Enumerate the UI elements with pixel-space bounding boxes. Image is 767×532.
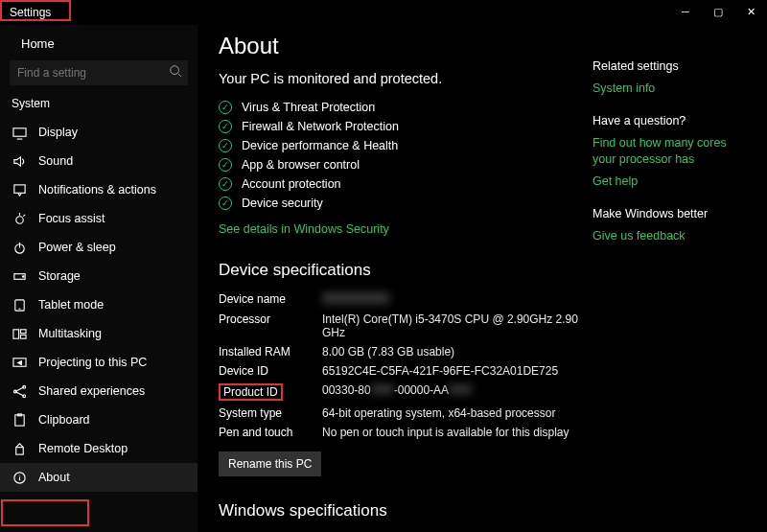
sidebar-item-remote[interactable]: Remote Desktop: [0, 434, 198, 463]
windows-spec-heading: Windows specifications: [219, 501, 583, 520]
security-item: ✓App & browser control: [219, 155, 583, 174]
svg-rect-17: [15, 447, 23, 454]
storage-icon: [12, 268, 27, 284]
titlebar: Settings: [0, 0, 767, 25]
security-label: Device security: [242, 197, 323, 210]
search-input[interactable]: [10, 60, 188, 85]
sidebar-item-shared[interactable]: Shared experiences: [0, 377, 198, 405]
svg-rect-1: [12, 127, 25, 135]
remote-icon: [12, 441, 27, 456]
spec-label-ram: Installed RAM: [219, 345, 322, 359]
check-icon: ✓: [219, 101, 232, 114]
right-rail: Related settings System info Have a ques…: [583, 33, 746, 532]
sidebar-item-label: Projecting to this PC: [38, 356, 147, 369]
sound-icon: [12, 153, 27, 169]
rename-pc-button[interactable]: Rename this PC: [219, 451, 321, 476]
security-label: App & browser control: [242, 158, 360, 172]
maximize-button[interactable]: ▢: [702, 0, 734, 23]
close-button[interactable]: ✕: [734, 0, 767, 23]
device-specs: Device name ProcessorIntel(R) Core(TM) i…: [219, 289, 583, 442]
spec-label-pen: Pen and touch: [219, 426, 322, 439]
monitored-text: Your PC is monitored and protected.: [219, 71, 583, 86]
search-icon: [169, 64, 182, 81]
home-label: Home: [21, 36, 55, 51]
power-icon: [12, 240, 27, 255]
security-item: ✓Device security: [219, 194, 583, 213]
page-title: About: [219, 33, 583, 59]
security-item: ✓Account protection: [219, 174, 583, 194]
sidebar-item-label: Power & sleep: [38, 241, 116, 254]
sidebar: Home System Display Sound Notifications …: [0, 25, 198, 532]
spec-value-processor: Intel(R) Core(TM) i5-3470S CPU @ 2.90GHz…: [322, 312, 583, 339]
security-item: ✓Virus & Threat Protection: [219, 98, 583, 117]
related-heading: Related settings: [593, 59, 736, 73]
sidebar-item-focus-assist[interactable]: Focus assist: [0, 204, 198, 233]
home-link[interactable]: Home: [0, 31, 198, 60]
sidebar-item-clipboard[interactable]: Clipboard: [0, 405, 198, 434]
sidebar-item-label: Focus assist: [38, 212, 105, 225]
security-label: Device performance & Health: [242, 139, 398, 152]
check-icon: ✓: [219, 139, 232, 152]
sidebar-item-multitasking[interactable]: Multitasking: [0, 319, 198, 348]
system-info-link[interactable]: System info: [593, 81, 736, 97]
sidebar-item-label: Storage: [38, 269, 81, 283]
multitasking-icon: [12, 326, 27, 341]
sidebar-item-label: Remote Desktop: [38, 442, 128, 455]
display-icon: [12, 125, 27, 140]
security-label: Firewall & Network Protection: [242, 120, 399, 133]
check-icon: ✓: [219, 197, 232, 210]
sidebar-item-about[interactable]: About: [0, 463, 198, 492]
sidebar-item-label: Multitasking: [38, 327, 102, 340]
sidebar-item-power[interactable]: Power & sleep: [0, 233, 198, 262]
sidebar-item-label: Notifications & actions: [38, 183, 156, 197]
about-icon: [12, 470, 27, 485]
highlight-about: [1, 499, 89, 526]
get-help-link[interactable]: Get help: [593, 173, 736, 190]
shared-icon: [12, 383, 27, 399]
main-area: About Your PC is monitored and protected…: [198, 25, 767, 532]
svg-point-0: [171, 66, 179, 75]
check-icon: ✓: [219, 158, 232, 172]
security-item: ✓Device performance & Health: [219, 136, 583, 155]
security-label: Virus & Threat Protection: [242, 101, 375, 114]
cores-link[interactable]: Find out how many cores your processor h…: [593, 135, 736, 168]
spec-value-productid: 00330-80-00000-AA: [322, 383, 583, 401]
improve-heading: Make Windows better: [593, 207, 736, 220]
sidebar-item-label: Clipboard: [38, 413, 90, 427]
sidebar-item-projecting[interactable]: Projecting to this PC: [0, 348, 198, 377]
security-item: ✓Firewall & Network Protection: [219, 117, 583, 136]
sidebar-item-label: Sound: [38, 154, 73, 168]
sidebar-item-label: About: [38, 471, 70, 484]
security-label: Account protection: [242, 177, 341, 191]
svg-point-6: [22, 275, 24, 277]
check-icon: ✓: [219, 177, 232, 191]
spec-label-deviceid: Device ID: [219, 364, 322, 378]
sidebar-item-tablet[interactable]: Tablet mode: [0, 290, 198, 319]
spec-value-systemtype: 64-bit operating system, x64-based proce…: [322, 406, 583, 420]
svg-rect-2: [13, 184, 24, 192]
question-heading: Have a question?: [593, 114, 736, 127]
window-title: Settings: [10, 6, 51, 19]
notifications-icon: [12, 182, 27, 197]
projecting-icon: [12, 355, 27, 370]
sidebar-item-notifications[interactable]: Notifications & actions: [0, 175, 198, 204]
tablet-icon: [12, 297, 27, 312]
svg-rect-9: [20, 329, 26, 333]
security-details-link[interactable]: See details in Windows Security: [219, 222, 389, 236]
nav-list: Display Sound Notifications & actions Fo…: [0, 118, 198, 492]
sidebar-item-sound[interactable]: Sound: [0, 147, 198, 175]
clipboard-icon: [12, 412, 27, 428]
content: About Your PC is monitored and protected…: [219, 33, 583, 532]
sidebar-item-label: Display: [38, 126, 78, 139]
sidebar-item-storage[interactable]: Storage: [0, 262, 198, 290]
feedback-link[interactable]: Give us feedback: [593, 228, 736, 244]
svg-rect-10: [20, 335, 26, 338]
search-box[interactable]: [10, 60, 188, 85]
svg-rect-8: [12, 329, 18, 337]
svg-point-3: [15, 216, 23, 223]
svg-rect-15: [14, 414, 23, 425]
minimize-button[interactable]: ─: [669, 0, 702, 23]
sidebar-item-display[interactable]: Display: [0, 118, 198, 147]
check-icon: ✓: [219, 120, 232, 133]
spec-value-deviceid: 65192C4E-C5FA-421F-96FE-FC32A01DE725: [322, 364, 583, 378]
